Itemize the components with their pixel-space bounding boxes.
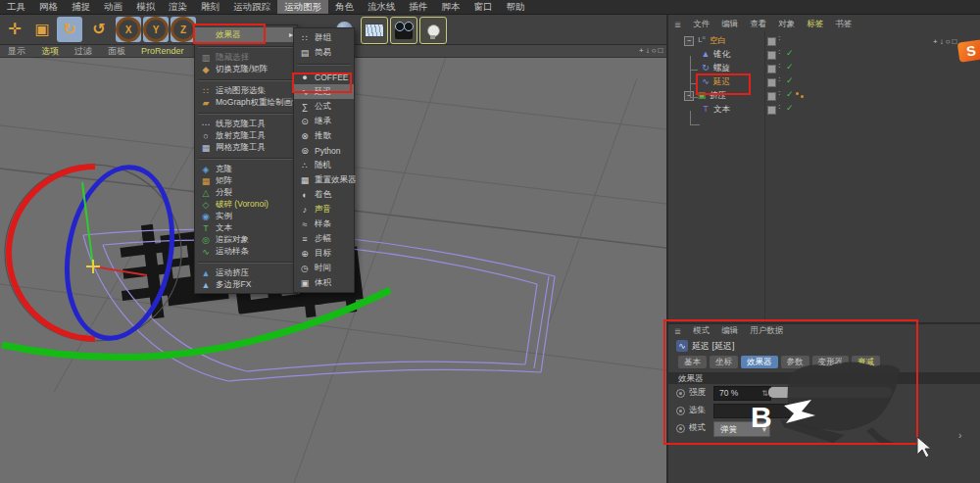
om-menu-对象[interactable]: 对象	[772, 19, 801, 30]
menu-item-脚本[interactable]: 脚本	[435, 0, 467, 14]
effector-submenu-item-延迟[interactable]: ∿延迟	[294, 84, 354, 99]
effector-submenu-item-重置效果器[interactable]: ▦重置效果器	[294, 172, 354, 187]
mograph-menu-item-网格克隆工具[interactable]: ▦网格克隆工具	[195, 142, 297, 154]
om-menu-文件[interactable]: 文件	[687, 19, 715, 30]
strength-value-input[interactable]: 70 %⇅	[713, 386, 771, 401]
am-menu-编辑[interactable]: 编辑	[715, 325, 744, 337]
om-menu-编辑[interactable]: 编辑	[715, 19, 744, 30]
menu-item-帮助[interactable]: 帮助	[500, 0, 532, 14]
effector-submenu-item-声音[interactable]: ♪声音	[294, 202, 354, 217]
object-row-延迟[interactable]: ∿延迟∶✓	[668, 74, 980, 88]
dolly-icon[interactable]: ↓	[646, 47, 650, 55]
object-row-挤压[interactable]: −▣挤压∶✓	[668, 88, 980, 102]
enabled-check-icon[interactable]: ✓	[786, 62, 794, 72]
menu-item-雕刻[interactable]: 雕刻	[194, 0, 226, 14]
keyframe-dot-icon[interactable]	[676, 424, 685, 433]
menu-item-工具[interactable]: 工具	[0, 0, 32, 14]
effector-submenu-item-继承[interactable]: ⊙继承	[294, 114, 354, 128]
axis-y-lock-button[interactable]: Y	[143, 17, 169, 42]
effector-submenu-item-随机[interactable]: ∴随机	[294, 158, 354, 172]
visibility-dots[interactable]: ∶	[778, 48, 780, 57]
menu-item-网格[interactable]: 网格	[32, 0, 65, 14]
last-used-tool-button[interactable]: ↺	[86, 17, 112, 42]
tab-变形器[interactable]: 变形器	[812, 356, 850, 368]
enabled-check-icon[interactable]: ✓	[786, 75, 794, 85]
mograph-menu-item-效果器[interactable]: 效果器▸	[195, 27, 297, 42]
viewport-menu-选项[interactable]: 选项	[33, 45, 67, 58]
tab-效果器[interactable]: 效果器	[741, 356, 778, 368]
menu-item-渲染[interactable]: 渲染	[162, 0, 194, 14]
expander-icon[interactable]: −	[684, 36, 694, 46]
mograph-menu-item-MoGraph权重绘制画笔[interactable]: ▰MoGraph权重绘制画笔	[195, 97, 297, 109]
object-manager-nav-icons[interactable]: +↓○□	[933, 38, 956, 46]
menu-item-角色[interactable]: 角色	[328, 0, 361, 14]
tab-基本[interactable]: 基本	[678, 356, 707, 368]
viewport-menu-显示[interactable]: 显示	[0, 45, 33, 58]
visibility-dots[interactable]: ∶	[778, 34, 780, 43]
object-row-螺旋[interactable]: ↻螺旋∶✓	[668, 61, 980, 74]
mograph-menu-item-运动样条[interactable]: ∿运动样条	[195, 246, 297, 258]
layer-chip[interactable]	[767, 37, 776, 46]
layer-chip[interactable]	[767, 51, 776, 60]
tab-坐标[interactable]: 坐标	[710, 356, 738, 368]
enabled-check-icon[interactable]: ✓	[786, 103, 794, 113]
light-icon[interactable]	[419, 17, 447, 44]
mograph-menu-item-克隆[interactable]: ◈克隆	[195, 164, 297, 175]
effector-submenu-item-着色[interactable]: ◐着色	[294, 187, 354, 202]
effector-submenu-item-简易[interactable]: ▤简易	[294, 45, 354, 60]
effector-submenu-item-样条[interactable]: ≈样条	[294, 217, 354, 231]
mode-dropdown[interactable]: 弹簧	[713, 421, 770, 437]
keyframe-dot-icon[interactable]	[676, 389, 685, 398]
rotate-tool-button[interactable]: ↻	[57, 17, 82, 42]
camera-icon[interactable]	[390, 17, 417, 44]
menu-item-运动跟踪[interactable]: 运动跟踪	[226, 0, 277, 14]
selection-field[interactable]	[713, 404, 806, 418]
viewport-menu-ProRender[interactable]: ProRender	[133, 46, 192, 56]
panel-burger-icon[interactable]: ≣	[674, 20, 681, 29]
dolly-icon[interactable]: ↓	[940, 38, 944, 46]
enabled-check-icon[interactable]: ✓	[786, 89, 794, 99]
effector-submenu-item-目标[interactable]: ⊕目标	[294, 246, 354, 261]
object-row-锥化[interactable]: ▲锥化∶✓	[668, 47, 980, 61]
maximize-icon[interactable]: □	[953, 38, 957, 46]
effector-submenu-item-公式[interactable]: ∑公式	[294, 99, 354, 114]
maximize-icon[interactable]: □	[659, 47, 663, 55]
mograph-menu-item-破碎 (Voronoi)[interactable]: ◇破碎 (Voronoi)	[195, 199, 297, 211]
enabled-check-icon[interactable]: ✓	[786, 48, 794, 58]
om-menu-查看[interactable]: 查看	[744, 19, 772, 30]
visibility-dots[interactable]: ∶	[778, 89, 780, 98]
mograph-menu-item-多边形FX[interactable]: ▲多边形FX	[195, 279, 297, 291]
rotate-icon[interactable]: ○	[946, 38, 951, 46]
move-tool-button[interactable]: ✛	[2, 17, 27, 42]
menu-item-插件[interactable]: 插件	[403, 0, 435, 14]
layer-chip[interactable]	[767, 78, 776, 87]
menu-item-捕捉[interactable]: 捕捉	[65, 0, 97, 14]
am-menu-模式[interactable]: 模式	[687, 325, 715, 337]
floor-icon[interactable]	[361, 17, 388, 44]
mograph-menu-item-追踪对象[interactable]: ◎追踪对象	[195, 234, 297, 246]
keyframe-dot-icon[interactable]	[676, 407, 685, 415]
object-row-文本[interactable]: T文本∶✓	[668, 102, 980, 116]
menu-item-动画[interactable]: 动画	[97, 0, 129, 14]
stepper-icon[interactable]: ⇅	[761, 387, 768, 400]
effector-submenu-item-Python[interactable]: ⊚Python	[294, 143, 354, 158]
menu-item-模拟[interactable]: 模拟	[129, 0, 162, 14]
mograph-menu-item-放射克隆工具[interactable]: ○放射克隆工具	[195, 130, 297, 142]
menu-item-窗口[interactable]: 窗口	[467, 0, 500, 14]
visibility-dots[interactable]: ∶	[778, 75, 780, 84]
effector-submenu-item-时间[interactable]: ◷时间	[294, 261, 354, 275]
scale-tool-button[interactable]: ▣	[29, 17, 55, 42]
pan-icon[interactable]: +	[639, 47, 644, 55]
effector-submenu-item-步幅[interactable]: ≡步幅	[294, 231, 354, 246]
visibility-dots[interactable]: ∶	[778, 62, 780, 71]
am-menu-用户数据[interactable]: 用户数据	[744, 325, 789, 337]
layer-chip[interactable]	[767, 65, 776, 73]
mograph-menu-item-运动图形选集[interactable]: ∷运动图形选集	[195, 85, 297, 97]
expander-icon[interactable]: −	[684, 91, 694, 101]
mograph-menu-item-实例[interactable]: ◉实例	[195, 211, 297, 222]
mograph-menu-item-运动挤压[interactable]: ▲运动挤压	[195, 267, 297, 279]
pan-icon[interactable]: +	[933, 38, 938, 46]
viewport-menu-过滤[interactable]: 过滤	[67, 45, 100, 58]
effector-submenu-item-COFFEE[interactable]: ●COFFEE	[294, 70, 354, 84]
layer-chip[interactable]	[767, 106, 776, 115]
